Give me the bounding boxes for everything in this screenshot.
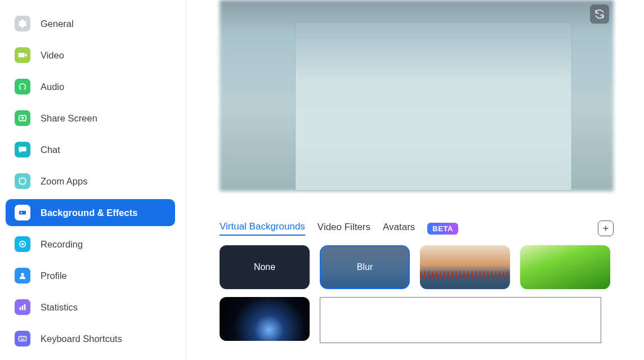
video-preview — [220, 0, 614, 191]
svg-rect-1 — [20, 178, 26, 184]
svg-rect-7 — [20, 307, 21, 310]
profile-icon — [15, 268, 30, 284]
keyboard-icon — [15, 331, 30, 346]
chat-icon — [15, 142, 30, 158]
sidebar-item-label: Recording — [41, 239, 83, 250]
tab-virtual-backgrounds[interactable]: Virtual Backgrounds — [220, 221, 305, 236]
background-option-earth[interactable] — [220, 297, 310, 341]
sidebar-item-label: Chat — [41, 145, 60, 155]
sidebar-item-video[interactable]: Video — [6, 42, 175, 69]
sidebar-item-share-screen[interactable]: Share Screen — [6, 105, 175, 132]
svg-rect-8 — [22, 305, 24, 310]
sidebar-item-audio[interactable]: Audio — [6, 73, 175, 100]
background-thumbnails: None Blur — [220, 245, 614, 289]
svg-point-5 — [21, 243, 24, 246]
main-panel: Virtual Backgrounds Video Filters Avatar… — [186, 0, 644, 360]
svg-rect-11 — [20, 338, 20, 338]
sidebar-item-label: Share Screen — [41, 113, 97, 124]
sidebar-item-label: Statistics — [41, 302, 78, 313]
background-option-grass[interactable] — [520, 245, 610, 289]
recording-icon — [15, 236, 30, 252]
tab-video-filters[interactable]: Video Filters — [317, 222, 370, 235]
svg-rect-12 — [21, 338, 22, 338]
share-screen-icon — [15, 110, 30, 126]
sidebar-item-accessibility[interactable]: Accessibility — [6, 357, 175, 360]
sidebar-item-label: Zoom Apps — [41, 176, 87, 187]
settings-sidebar: General Video Audio Share Screen Chat — [0, 0, 186, 360]
svg-rect-10 — [19, 336, 26, 341]
background-option-blur[interactable]: Blur — [320, 245, 410, 289]
headphones-icon — [15, 79, 30, 94]
tab-avatars[interactable]: Avatars — [383, 222, 415, 235]
sidebar-item-label: Keyboard Shortcuts — [41, 334, 122, 344]
effects-tabs: Virtual Backgrounds Video Filters Avatar… — [220, 220, 614, 236]
sidebar-item-background-effects[interactable]: Background & Effects — [6, 199, 175, 226]
sidebar-item-statistics[interactable]: Statistics — [6, 294, 175, 321]
statistics-icon — [15, 299, 30, 315]
sidebar-item-label: General — [41, 19, 74, 29]
background-option-none[interactable]: None — [220, 245, 310, 289]
svg-rect-13 — [23, 338, 24, 338]
svg-rect-9 — [24, 304, 26, 310]
sidebar-item-label: Video — [41, 50, 64, 61]
sidebar-item-label: Background & Effects — [41, 208, 137, 218]
thumb-label: None — [254, 262, 275, 272]
sidebar-item-label: Audio — [41, 82, 64, 92]
svg-point-6 — [21, 273, 24, 276]
background-icon — [15, 205, 30, 220]
background-option-blank[interactable] — [320, 297, 601, 343]
add-background-button[interactable] — [598, 220, 614, 236]
rotate-camera-button[interactable] — [590, 4, 609, 24]
sidebar-item-keyboard-shortcuts[interactable]: Keyboard Shortcuts — [6, 325, 175, 352]
background-option-bridge[interactable] — [420, 245, 510, 289]
sidebar-item-chat[interactable]: Chat — [6, 136, 175, 163]
gear-icon — [15, 16, 30, 32]
video-icon — [15, 47, 30, 63]
sidebar-item-recording[interactable]: Recording — [6, 231, 175, 258]
svg-point-3 — [21, 212, 23, 214]
sidebar-item-profile[interactable]: Profile — [6, 262, 175, 289]
background-thumbnails-row-2 — [220, 297, 625, 343]
beta-badge: BETA — [427, 223, 458, 235]
sidebar-item-general[interactable]: General — [6, 10, 175, 37]
sidebar-item-label: Profile — [41, 271, 67, 281]
svg-rect-2 — [19, 211, 26, 215]
svg-rect-15 — [21, 339, 25, 340]
preview-foreground — [296, 22, 571, 190]
svg-rect-14 — [24, 338, 25, 338]
apps-icon — [15, 173, 30, 189]
thumb-label: Blur — [357, 262, 373, 272]
sidebar-item-zoom-apps[interactable]: Zoom Apps — [6, 168, 175, 195]
